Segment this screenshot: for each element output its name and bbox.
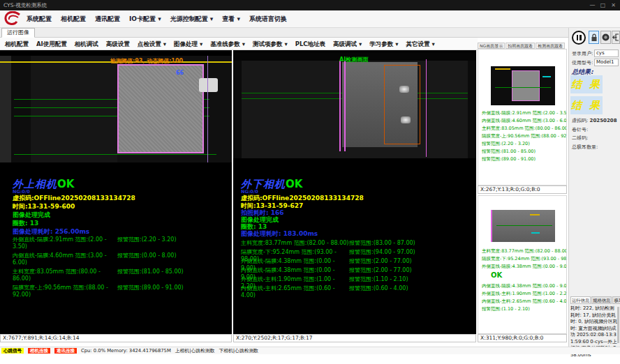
coord-readout-mini-1: X:267;Y:13;R:0;G:0;B:0 xyxy=(478,185,567,194)
qr-code-label: 二维码: xyxy=(572,135,588,142)
coord-readout-lower: X:270;Y:2502;R:17;G:17;B:17 xyxy=(233,334,476,342)
tab-count-label: 总极耳数量: xyxy=(572,144,598,151)
measurement-row: 外侧直线-隔膜:2.91mm 范围:(2.00 - 3.50) 报警范围:(2.… xyxy=(13,236,226,252)
glow-spot-2 xyxy=(401,116,411,123)
measurement-text: 隔膜宽度-上:90.56mm 范围:(88.00 - 92.00) xyxy=(13,284,117,300)
upper-camera-heartbeat: 上相机|心跳检测数 xyxy=(175,347,215,354)
tab-electrode-info[interactable]: 极耳信息 xyxy=(612,296,620,304)
camera-connection-badge: 相机连接 xyxy=(28,348,50,354)
mini-thumbnail-1 xyxy=(491,66,555,105)
overlay-yellow-mark xyxy=(495,68,510,70)
maximize-button[interactable]: □ xyxy=(598,0,608,10)
overlay-green-line-4 xyxy=(14,154,216,155)
machine-gap xyxy=(11,56,31,162)
menu-view[interactable]: 查看 ▾ xyxy=(222,10,240,28)
app-logo-icon xyxy=(3,11,22,27)
toolbar-baseline-params[interactable]: 基准线参数 ▾ xyxy=(210,38,245,50)
pause-icon xyxy=(580,35,582,40)
lock-button[interactable] xyxy=(589,31,599,44)
camera-lower-measurements: 主料宽度:83.77mm 范围:(82.00 - 88.00) 报警范围:(83… xyxy=(241,239,471,294)
login-user-label: 登录用户: xyxy=(572,50,593,57)
overlay-pink-line-1 xyxy=(339,61,341,151)
toolbar-camera-config[interactable]: 相机配置 xyxy=(5,38,29,50)
mini-line: 主料宽度:83.05mm 范围:(80.00 - 86.00) xyxy=(482,125,567,132)
toolbar-ai-config[interactable]: AI使用配置 xyxy=(36,38,67,50)
menu-items: 系统配置 相机配置 通讯配置 IO卡配置 ▾ 光源控制配置 ▾ 查看 ▾ 系统语… xyxy=(27,10,287,28)
alarm-range: 报警范围:(1.10 - 2.10) xyxy=(349,275,408,285)
toolbar-advanced-debug[interactable]: 高级调试 ▾ xyxy=(333,38,362,50)
status-bar: 心跳信号 相机连接 通讯连接 Cpu: 0.0% Memory: 3424.41… xyxy=(0,347,620,354)
measurement-text: 隔膜宽度-下:95.24mm 范围:(93.00 - 98.00) xyxy=(241,248,349,257)
lock-icon xyxy=(591,33,598,42)
menu-camera-config[interactable]: 相机配置 xyxy=(61,10,86,28)
toolbar-spot-check[interactable]: 点检设置 ▾ xyxy=(138,38,166,50)
toolbar-advanced-settings[interactable]: 高级设置 xyxy=(106,38,130,50)
toolbar-learning-params[interactable]: 学习参数 ▾ xyxy=(369,38,398,50)
pause-button[interactable] xyxy=(572,31,586,45)
menu-language-switch[interactable]: 系统语言切换 xyxy=(249,10,287,28)
result-display-1: 结 果 xyxy=(570,75,603,93)
menu-system-config[interactable]: 系统配置 xyxy=(27,10,52,28)
camera-panel-lower: AI检测画面 外下相机OK NG:0/0 虚拟码:OFFline20250208… xyxy=(233,50,476,334)
alarm-range: 报警范围:(94.00 - 97.00) xyxy=(349,248,415,257)
toolbar-plc-table[interactable]: PLC地址表 xyxy=(295,38,325,50)
mini-line: 报警范围:(81.00 - 85.00) xyxy=(482,148,567,156)
overlay-pink-line-3 xyxy=(426,59,427,157)
pause-icon xyxy=(577,35,579,40)
measurement-row: 内侧直线-隔膜:4.60mm 范围:(3.00 - 6.00) 报警范围:(0.… xyxy=(13,252,226,268)
overlay-yellow-mark xyxy=(530,214,540,215)
control-sidebar: 登录用户: cys 使用型号: Model1 总结果: 结 果 结 果 虚拟码:… xyxy=(568,28,620,347)
toolbar-test-params[interactable]: 测试项参数 ▾ xyxy=(253,38,288,50)
alarm-range: 报警范围:(0.60 - 4.00) xyxy=(349,285,408,294)
overlay-violet-line xyxy=(207,56,208,162)
result-text: 结 果 xyxy=(571,78,602,91)
tab-spec-info[interactable]: 规格信息 xyxy=(591,296,612,304)
menu-comm-config[interactable]: 通讯配置 xyxy=(95,10,120,28)
tab-ng-view[interactable]: NG画面显示 xyxy=(478,43,505,49)
mini-2-ok-status: OK xyxy=(491,271,502,279)
tab-run-image[interactable]: 运行图像 xyxy=(1,28,35,38)
tab-detect-view[interactable]: 检测画面观看 xyxy=(536,43,565,49)
toolbar-image-processing[interactable]: 图像处理 ▾ xyxy=(174,38,202,50)
measurement-text: 主料宽度:83.05mm 范围:(80.00 - 86.00) xyxy=(13,268,117,284)
camera-panel-upper: 检测阈值:93, 动态阈值:100 66 外上相机OK NG:0/0 虚拟码:O… xyxy=(0,50,232,334)
toolbar-other-settings[interactable]: 其它设置 ▾ xyxy=(406,38,435,50)
mini-line: 内侧直线-主料:2.65mm 范围:(0.60 - 4.00) xyxy=(482,298,567,305)
login-user-field[interactable]: cys xyxy=(594,50,619,57)
alarm-range: 报警范围:(2.20 - 3.20) xyxy=(117,236,177,252)
connector-blob xyxy=(199,78,218,92)
camera-button[interactable] xyxy=(600,31,611,44)
mini-panel-2: 主料宽度:83.77mm 范围:(82.00 - 88.00) 隔膜宽度-下:9… xyxy=(478,195,567,334)
mini-line: 报警范围:(89.00 - 91.00) xyxy=(482,156,567,163)
log-scrollbar[interactable] xyxy=(617,307,619,343)
alarm-range: 报警范围:(2.00 - 77.00) xyxy=(349,266,412,275)
measurement-row: 隔膜宽度-下:95.24mm 范围:(93.00 - 98.00) 报警范围:(… xyxy=(241,248,471,257)
model-field[interactable]: Model1 xyxy=(594,59,619,66)
camera-icon xyxy=(602,33,610,41)
measurement-text: 内侧直线-隔膜:4.38mm 范围:(0.00 - 9.00) xyxy=(241,266,349,275)
cpu-memory-readout: Cpu: 0.0% Memory: 3424.41796875M xyxy=(81,348,171,354)
mini-line: 报警范围:(1.10 - 2.10) xyxy=(482,305,567,313)
window-title: CYS-视觉检测系统 xyxy=(3,2,47,8)
toolbar-camera-debug[interactable]: 相机调试 xyxy=(75,38,98,50)
menu-io-config[interactable]: IO卡配置 ▾ xyxy=(129,10,161,28)
cell-region xyxy=(512,70,540,101)
value-overlay-text: 66 xyxy=(176,70,184,76)
mini-2-lines-top: 主料宽度:83.77mm 范围:(82.00 - 88.00) 隔膜宽度-下:9… xyxy=(482,248,567,271)
heartbeat-badge: 心跳信号 xyxy=(1,348,24,354)
virtual-code-row: 虚拟码: 20250208 xyxy=(572,117,617,124)
window-controls: — □ ✕ xyxy=(587,0,619,10)
tab-run-info[interactable]: 运行信息 xyxy=(570,296,591,304)
close-button[interactable]: ✕ xyxy=(608,0,619,10)
alarm-range: 报警范围:(81.00 - 85.00) xyxy=(117,268,184,284)
measurement-row: 主料宽度:83.77mm 范围:(82.00 - 88.00) 报警范围:(83… xyxy=(241,239,471,248)
minimize-button[interactable]: — xyxy=(587,0,598,10)
tab-photo-view[interactable]: 拍照画面观看 xyxy=(505,43,535,49)
overlay-green-line xyxy=(495,87,551,88)
menu-light-config[interactable]: 光源控制配置 ▾ xyxy=(170,10,214,28)
ai-detect-box xyxy=(384,65,420,144)
title-bar: CYS-视觉检测系统 xyxy=(0,0,620,10)
logout-button[interactable] xyxy=(612,31,620,44)
measurement-row: 内侧直线-隔膜:4.38mm 范围:(0.00 - 9.00) 报警范围:(2.… xyxy=(241,266,471,275)
overlay-pink-mark xyxy=(491,210,492,242)
